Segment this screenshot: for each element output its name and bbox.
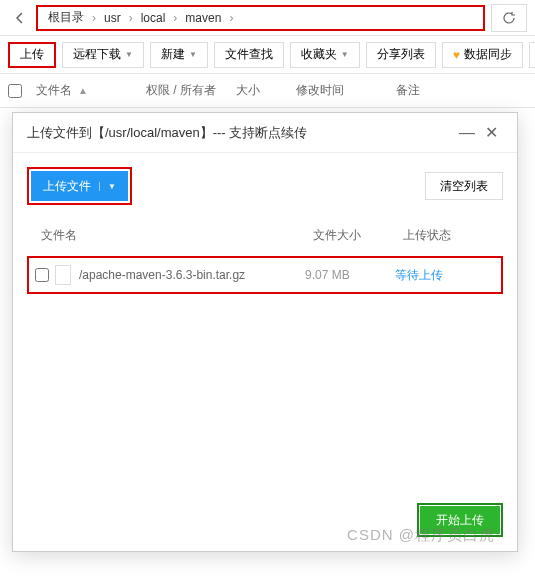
modal-footer: 开始上传 bbox=[13, 489, 517, 551]
search-button[interactable]: 文件查找 bbox=[214, 42, 284, 68]
start-upload-button[interactable]: 开始上传 bbox=[420, 506, 500, 534]
breadcrumb-path: 根目录 › usr › local › maven › bbox=[36, 5, 485, 31]
highlight-start-upload: 开始上传 bbox=[417, 503, 503, 537]
chevron-right-icon: › bbox=[167, 11, 183, 25]
chevron-right-icon: › bbox=[223, 11, 239, 25]
breadcrumb-local[interactable]: local bbox=[139, 11, 168, 25]
toolbar: 上传 远程下载▼ 新建▼ 文件查找 收藏夹▼ 分享列表 ♥数据同步 ▣终端 📁/… bbox=[0, 36, 535, 74]
file-icon bbox=[55, 265, 71, 285]
breadcrumb-bar: 根目录 › usr › local › maven › bbox=[0, 0, 535, 36]
file-table-header: 文件名▲ 权限 / 所有者 大小 修改时间 备注 bbox=[0, 74, 535, 108]
back-button[interactable] bbox=[8, 5, 32, 31]
row-filesize: 9.07 MB bbox=[305, 268, 395, 282]
sync-button[interactable]: ♥数据同步 bbox=[442, 42, 523, 68]
modal-column-size: 文件大小 bbox=[313, 227, 403, 244]
row-checkbox[interactable] bbox=[35, 268, 49, 282]
upload-modal: 上传文件到【/usr/local/maven】--- 支持断点续传 — ✕ 上传… bbox=[12, 112, 518, 552]
chevron-right-icon: › bbox=[123, 11, 139, 25]
sync-icon: ♥ bbox=[453, 48, 460, 62]
breadcrumb-usr[interactable]: usr bbox=[102, 11, 123, 25]
column-permission[interactable]: 权限 / 所有者 bbox=[146, 82, 236, 99]
column-mtime[interactable]: 修改时间 bbox=[296, 82, 396, 99]
row-status: 等待上传 bbox=[395, 267, 495, 284]
sort-asc-icon: ▲ bbox=[78, 85, 88, 96]
chevron-down-icon: ▼ bbox=[189, 50, 197, 59]
modal-table-header: 文件名 文件大小 上传状态 bbox=[13, 219, 517, 252]
modal-title-bar: 上传文件到【/usr/local/maven】--- 支持断点续传 — ✕ bbox=[13, 113, 517, 153]
select-all-checkbox[interactable] bbox=[8, 84, 22, 98]
upload-button[interactable]: 上传 bbox=[8, 42, 56, 68]
chevron-down-icon: ▼ bbox=[341, 50, 349, 59]
breadcrumb-maven[interactable]: maven bbox=[183, 11, 223, 25]
minimize-button[interactable]: — bbox=[455, 121, 479, 145]
chevron-down-icon: ▼ bbox=[99, 182, 116, 191]
share-button[interactable]: 分享列表 bbox=[366, 42, 436, 68]
refresh-button[interactable] bbox=[491, 4, 527, 32]
modal-column-filename: 文件名 bbox=[27, 227, 313, 244]
column-size[interactable]: 大小 bbox=[236, 82, 296, 99]
favorites-button[interactable]: 收藏夹▼ bbox=[290, 42, 360, 68]
modal-title: 上传文件到【/usr/local/maven】--- 支持断点续传 bbox=[27, 124, 455, 142]
terminal-button[interactable]: ▣终端 bbox=[529, 42, 535, 68]
clear-list-button[interactable]: 清空列表 bbox=[425, 172, 503, 200]
new-button[interactable]: 新建▼ bbox=[150, 42, 208, 68]
row-filename: /apache-maven-3.6.3-bin.tar.gz bbox=[79, 268, 305, 282]
chevron-down-icon: ▼ bbox=[125, 50, 133, 59]
upload-file-row[interactable]: /apache-maven-3.6.3-bin.tar.gz 9.07 MB 等… bbox=[27, 256, 503, 294]
upload-file-button[interactable]: 上传文件 ▼ bbox=[31, 171, 128, 201]
column-note[interactable]: 备注 bbox=[396, 82, 527, 99]
close-button[interactable]: ✕ bbox=[479, 121, 503, 145]
modal-column-status: 上传状态 bbox=[403, 227, 503, 244]
modal-toolbar: 上传文件 ▼ 清空列表 bbox=[13, 153, 517, 219]
highlight-upload-file: 上传文件 ▼ bbox=[27, 167, 132, 205]
remote-download-button[interactable]: 远程下载▼ bbox=[62, 42, 144, 68]
column-filename[interactable]: 文件名▲ bbox=[36, 82, 146, 99]
chevron-right-icon: › bbox=[86, 11, 102, 25]
breadcrumb-root[interactable]: 根目录 bbox=[46, 9, 86, 26]
